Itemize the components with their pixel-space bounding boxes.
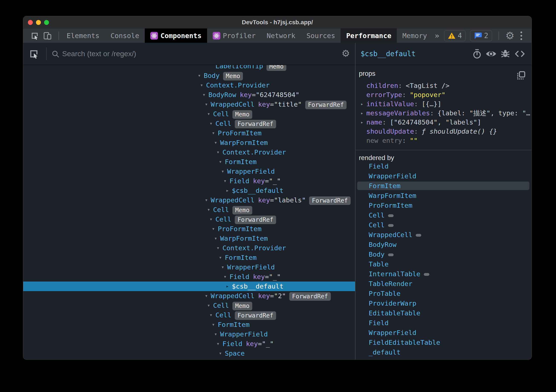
rendered-by-item[interactable]: Cell — [355, 210, 532, 220]
expander-open-icon[interactable]: ▾ — [214, 138, 220, 147]
tree-row[interactable]: ▾Fieldkey="_" — [23, 176, 355, 186]
prop-row[interactable]: ▸messageVariables:{label: "描述", type: "… — [355, 108, 532, 118]
rendered-by-item[interactable]: InternalTable — [355, 269, 532, 279]
expander-open-icon[interactable]: ▾ — [209, 215, 216, 224]
tree-row[interactable]: ▾WrappedCellkey="labels"ForwardRef — [23, 195, 355, 205]
expander-open-icon[interactable]: ▾ — [219, 253, 225, 262]
expander-collapsed-icon[interactable]: ▸ — [361, 99, 363, 108]
tab-sources[interactable]: Sources — [301, 29, 341, 43]
expander-open-icon[interactable]: ▾ — [224, 176, 230, 186]
expander-open-icon[interactable]: ▾ — [200, 80, 206, 90]
expander-open-icon[interactable]: ▾ — [214, 330, 220, 339]
expander-open-icon[interactable]: ▾ — [212, 128, 218, 138]
tree-row[interactable]: ▾Space — [23, 349, 355, 358]
expander-open-icon[interactable]: ▾ — [214, 234, 220, 243]
expander-open-icon[interactable]: ▾ — [205, 195, 211, 205]
device-toolbar-icon[interactable] — [43, 31, 52, 40]
copy-props-icon[interactable] — [516, 70, 526, 81]
expander-open-icon[interactable]: ▾ — [216, 339, 223, 349]
inspect-element-icon[interactable] — [31, 31, 39, 40]
rendered-by-item[interactable]: FieldEditableTable — [355, 338, 532, 347]
rendered-by-item[interactable]: WrappedCell — [355, 230, 532, 240]
warnings-badge[interactable]: 4 — [444, 30, 466, 41]
expander-collapsed-icon[interactable]: ▸ — [361, 108, 363, 118]
tree-row[interactable]: ▾WarpFormItem — [23, 234, 355, 243]
settings-gear-icon[interactable]: ⚙ — [505, 31, 515, 41]
expander-open-icon[interactable]: ▾ — [216, 243, 223, 253]
rendered-by-item[interactable]: Field — [355, 318, 532, 328]
tree-row[interactable]: ▾Fieldkey="_" — [23, 272, 355, 282]
prop-value[interactable]: [{…}] — [422, 100, 441, 108]
tab-components[interactable]: Components — [145, 29, 207, 43]
rendered-by-item[interactable]: BodyRow — [355, 240, 532, 249]
expander-open-icon[interactable]: ▾ — [209, 119, 216, 128]
expander-open-icon[interactable]: ▾ — [221, 262, 227, 272]
components-settings-gear-icon[interactable]: ⚙ — [342, 48, 350, 59]
tree-row[interactable]: ▾WrappedCellkey="2"ForwardRef — [23, 291, 355, 301]
expander-collapsed-icon[interactable]: ▸ — [361, 118, 363, 127]
prop-value[interactable]: <TagList /> — [406, 82, 449, 89]
rendered-by-item[interactable]: FormItem — [355, 181, 532, 191]
tab-performance[interactable]: Performance — [340, 29, 397, 43]
inspect-dom-eye-icon[interactable] — [486, 49, 497, 59]
prop-value[interactable]: ["624748504", "labels"] — [390, 118, 481, 126]
prop-value[interactable]: {label: "描述", type: "… — [437, 109, 530, 117]
rendered-by-item[interactable]: TableRender — [355, 279, 532, 289]
expander-open-icon[interactable]: ▾ — [219, 157, 225, 167]
more-options-kebab-icon[interactable] — [519, 31, 524, 40]
expander-collapsed-icon[interactable]: ▸ — [226, 282, 232, 291]
tab-memory[interactable]: Memory — [397, 29, 432, 43]
rendered-by-item[interactable]: createLegacyRoot() — [355, 357, 532, 360]
tree-row[interactable]: ▾FormItem — [23, 320, 355, 330]
tree-row[interactable]: ▾CellForwardRef — [23, 119, 355, 128]
rendered-by-item[interactable]: Cell — [355, 220, 532, 230]
prop-row[interactable]: ▸name:["624748504", "labels"] — [355, 118, 532, 127]
prop-row[interactable]: new entry:"" — [355, 136, 532, 145]
tree-row[interactable]: ▾Context.Provider — [23, 243, 355, 253]
expander-open-icon[interactable]: ▾ — [216, 147, 223, 157]
debug-bug-icon[interactable] — [501, 49, 510, 59]
expander-open-icon[interactable]: ▾ — [209, 310, 216, 320]
suspend-timer-icon[interactable] — [472, 49, 482, 59]
prop-value[interactable]: ƒ shouldUpdate() {} — [422, 127, 497, 135]
tree-row[interactable]: ▾CellMemo — [23, 109, 355, 119]
rendered-by-item[interactable]: EditableTable — [355, 308, 532, 318]
expander-open-icon[interactable]: ▾ — [205, 291, 211, 301]
rendered-by-item[interactable]: WrapperField — [355, 328, 532, 338]
tab-overflow-chevron-icon[interactable]: » — [432, 29, 441, 43]
prop-row[interactable]: ▸initialValue:[{…}] — [355, 99, 532, 108]
rendered-by-item[interactable]: WarpFormItem — [355, 191, 532, 200]
tree-row[interactable]: ▾ProFormItem — [23, 224, 355, 234]
tree-row[interactable]: ▾BodyRowkey="624748504" — [23, 90, 355, 100]
prop-row[interactable]: children:<TagList /> — [355, 81, 532, 90]
tree-row[interactable]: ▾CellForwardRef — [23, 215, 355, 224]
expander-open-icon[interactable]: ▾ — [198, 71, 204, 80]
tree-row[interactable]: ▾WrapperField — [23, 330, 355, 339]
tab-network[interactable]: Network — [261, 29, 301, 43]
tree-row[interactable]: ▾CellMemo — [23, 301, 355, 310]
expander-open-icon[interactable]: ▾ — [212, 224, 218, 234]
tree-row[interactable]: ▾WrapperField — [23, 167, 355, 176]
prop-value[interactable]: "popover" — [410, 91, 446, 99]
rendered-by-item[interactable]: ProFormItem — [355, 200, 532, 210]
prop-value[interactable]: "" — [410, 137, 418, 144]
tree-row[interactable]: ▸$csb__default — [23, 282, 355, 291]
rendered-by-item[interactable]: WrapperField — [355, 171, 532, 181]
search-input[interactable]: Search (text or /regex/) — [62, 43, 136, 65]
tree-row[interactable]: ▾ProFormItem — [23, 128, 355, 138]
rendered-by-item[interactable]: ProviderWarp — [355, 298, 532, 308]
tree-row[interactable]: ▾Context.Provider — [23, 80, 355, 90]
tab-elements[interactable]: Elements — [61, 29, 105, 43]
tab-profiler[interactable]: Profiler — [207, 29, 261, 43]
expander-collapsed-icon[interactable]: ▸ — [226, 186, 232, 195]
expander-open-icon[interactable]: ▾ — [207, 109, 213, 119]
tree-row[interactable]: ▾WarpFormItem — [23, 138, 355, 147]
tree-row[interactable]: LabelIconTipMemo — [23, 65, 355, 71]
rendered-by-item[interactable]: _default — [355, 347, 532, 357]
inspect-component-icon[interactable] — [29, 49, 39, 59]
prop-row[interactable]: shouldUpdate:ƒ shouldUpdate() {} — [355, 127, 532, 136]
expander-open-icon[interactable]: ▾ — [202, 90, 208, 100]
expander-open-icon[interactable]: ▾ — [212, 320, 218, 330]
tree-row[interactable]: ▾BodyMemo — [23, 71, 355, 80]
expander-open-icon[interactable]: ▾ — [205, 100, 211, 109]
